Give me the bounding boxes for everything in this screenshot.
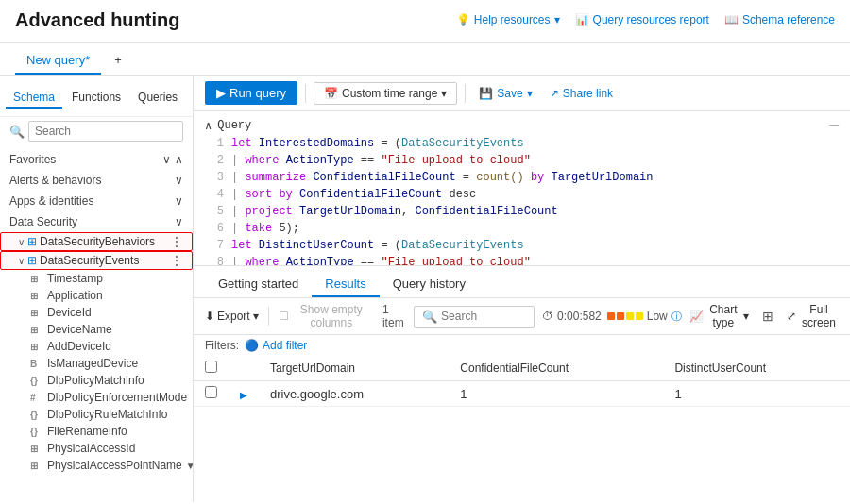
- chevron-down-icon: ∨: [162, 153, 171, 166]
- search-icon: 🔍: [422, 310, 437, 324]
- field-dlppolicyrulematchinfo[interactable]: {} DlpPolicyRuleMatchInfo: [0, 406, 193, 423]
- th-confidential-file-count: ConfidentialFileCount: [449, 356, 663, 381]
- download-icon: ⬇: [205, 310, 214, 323]
- tab-add[interactable]: +: [103, 47, 133, 75]
- chevron-down-icon: ∨: [175, 174, 183, 187]
- export-button[interactable]: ⬇ Export ▾: [205, 310, 259, 323]
- field-type-icon: ⊞: [30, 342, 43, 352]
- field-devicename[interactable]: ⊞ DeviceName: [0, 321, 193, 338]
- help-resources-link[interactable]: 💡 Help resources ▾: [456, 13, 560, 26]
- grid-view-button[interactable]: ⊞: [756, 307, 779, 326]
- field-type-icon: {}: [30, 376, 43, 386]
- run-query-button[interactable]: ▶ Run query: [205, 81, 298, 105]
- table-item-datasecurityevents[interactable]: ∨ ⊞ DataSecurityEvents ⋮: [0, 251, 193, 270]
- schema-reference-link[interactable]: 📖 Schema reference: [724, 13, 835, 26]
- th-distinct-user-count: DistinctUserCount: [663, 356, 850, 381]
- scroll-right-indicator: —: [829, 117, 839, 134]
- save-icon: 💾: [479, 87, 493, 100]
- field-physicalaccesspointname[interactable]: ⊞ PhysicalAccessPointName ▼: [0, 457, 193, 474]
- query-section-header[interactable]: ∧ Query —: [194, 115, 850, 136]
- sidebar-section-alerts[interactable]: Alerts & behaviors ∨: [0, 170, 193, 191]
- code-line-3: 3 | summarize ConfidentialFileCount = co…: [194, 170, 850, 187]
- severity-dots: [607, 312, 643, 320]
- more-options-icon[interactable]: ⋮: [171, 254, 182, 267]
- field-type-icon: ⊞: [30, 444, 43, 454]
- th-expand: [229, 356, 259, 381]
- save-button[interactable]: 💾 Save ▾: [473, 83, 537, 104]
- field-ismanageddevice[interactable]: B IsManagedDevice: [0, 355, 193, 372]
- tab-query-history[interactable]: Query history: [380, 272, 479, 297]
- tab-queries[interactable]: Queries: [130, 88, 185, 109]
- chevron-down-icon: ▾: [527, 87, 533, 100]
- collapse-arrow-icon: ∨: [18, 237, 25, 247]
- table-header-row: TargetUrlDomain ConfidentialFileCount Di…: [194, 356, 850, 381]
- share-link-button[interactable]: ↗ Share link: [544, 83, 619, 104]
- field-timestamp[interactable]: ⊞ Timestamp: [0, 270, 193, 287]
- tab-getting-started[interactable]: Getting started: [205, 272, 312, 297]
- chart-icon: 📈: [689, 310, 704, 323]
- search-input[interactable]: [28, 121, 183, 142]
- row-checkbox[interactable]: [205, 386, 217, 398]
- td-confidential-file-count: 1: [449, 381, 663, 407]
- field-type-icon: ⊞: [30, 274, 43, 284]
- low-severity-dot: [626, 312, 634, 320]
- calendar-icon: 📅: [324, 87, 338, 100]
- code-line-4: 4 | sort by ConfidentialFileCount desc: [194, 187, 850, 204]
- custom-time-range-button[interactable]: 📅 Custom time range ▾: [314, 82, 457, 105]
- chart-type-button[interactable]: 📈 Chart type ▾: [689, 303, 749, 329]
- results-search-box[interactable]: 🔍: [414, 306, 535, 328]
- td-checkbox[interactable]: [194, 381, 229, 407]
- query-report-link[interactable]: 📊 Query resources report: [575, 13, 709, 26]
- schema-tab-row: Schema Functions Queries ... ❮❯: [0, 81, 193, 117]
- tab-results[interactable]: Results: [312, 272, 379, 297]
- share-icon: ↗: [550, 87, 559, 100]
- chevron-up-icon: ∧: [175, 153, 183, 166]
- td-expand[interactable]: ▶: [229, 381, 259, 407]
- td-target-url-domain: drive.google.com: [259, 381, 449, 407]
- field-filerenameinfo[interactable]: {} FileRenameInfo: [0, 423, 193, 440]
- lightbulb-icon: 💡: [456, 13, 470, 26]
- select-all-checkbox[interactable]: [205, 361, 217, 373]
- th-checkbox: [194, 356, 229, 381]
- results-tab-bar: Getting started Results Query history: [194, 266, 850, 298]
- sidebar-section-favorites[interactable]: Favorites ∨ ∧: [0, 149, 193, 170]
- chevron-down-icon: ∨: [175, 215, 183, 228]
- field-adddeviceid[interactable]: ⊞ AddDeviceId: [0, 338, 193, 355]
- sidebar-section-apps[interactable]: Apps & identities ∨: [0, 191, 193, 211]
- page-header: Advanced hunting 💡 Help resources ▾ 📊 Qu…: [0, 0, 850, 43]
- field-dlppolicymatchinfo[interactable]: {} DlpPolicyMatchInfo: [0, 372, 193, 389]
- more-options-icon[interactable]: ⋮: [171, 235, 182, 248]
- sidebar-search[interactable]: 🔍: [0, 117, 193, 145]
- results-search-input[interactable]: [441, 310, 526, 323]
- code-line-7: 7 let DistinctUserCount = (DataSecurityE…: [194, 238, 850, 255]
- field-dlppolicyenforcementmode[interactable]: # DlpPolicyEnforcementMode: [0, 389, 193, 406]
- tab-functions[interactable]: Functions: [64, 88, 128, 109]
- separator: [465, 84, 466, 103]
- tab-new-query[interactable]: New query*: [15, 47, 101, 75]
- results-toolbar: ⬇ Export ▾ ☐ Show empty columns 1 item 🔍…: [194, 298, 850, 335]
- field-deviceid[interactable]: ⊞ DeviceId: [0, 304, 193, 321]
- table-icon: ⊞: [27, 235, 37, 248]
- chevron-down-icon: ▾: [441, 87, 447, 100]
- row-expand-icon[interactable]: ▶: [240, 390, 247, 400]
- collapse-arrow-icon: ∨: [18, 256, 25, 266]
- field-physicalaccessid[interactable]: ⊞ PhysicalAccessId: [0, 440, 193, 457]
- query-toolbar: ▶ Run query 📅 Custom time range ▾ 💾 Save…: [194, 76, 850, 111]
- fullscreen-button[interactable]: ⤢ Full screen: [787, 303, 839, 329]
- header-actions: 💡 Help resources ▾ 📊 Query resources rep…: [456, 13, 835, 26]
- add-filter-button[interactable]: 🔵 Add filter: [245, 339, 307, 352]
- table-item-datasecuritybehaviors[interactable]: ∨ ⊞ DataSecurityBehaviors ⋮: [0, 232, 193, 251]
- tab-more[interactable]: ...: [187, 85, 194, 110]
- field-application[interactable]: ⊞ Application: [0, 287, 193, 304]
- show-empty-columns-button[interactable]: ☐ Show empty columns: [279, 303, 371, 329]
- chevron-down-icon: ▾: [253, 310, 259, 323]
- main-layout: Schema Functions Queries ... ❮❯ 🔍: [0, 76, 850, 502]
- sidebar-section-data-security[interactable]: Data Security ∨: [0, 211, 193, 232]
- chevron-down-icon: ▾: [743, 310, 749, 323]
- content-area: ▶ Run query 📅 Custom time range ▾ 💾 Save…: [194, 76, 850, 502]
- field-type-icon: ⊞: [30, 308, 43, 318]
- query-editor[interactable]: ∧ Query — 1 let InterestedDomains = (Dat…: [194, 111, 850, 266]
- field-type-icon: ⊞: [30, 325, 43, 335]
- info-icon[interactable]: ⓘ: [672, 310, 682, 324]
- tab-schema[interactable]: Schema: [6, 88, 62, 109]
